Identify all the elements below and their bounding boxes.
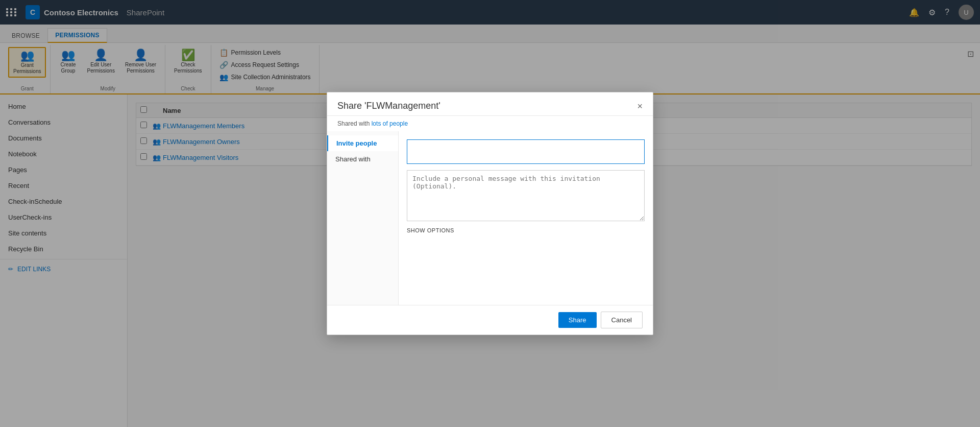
modal-header: Share 'FLWManagement' ×	[327, 92, 653, 116]
modal-close-button[interactable]: ×	[637, 102, 643, 111]
show-options-button[interactable]: SHOW OPTIONS	[407, 227, 645, 233]
cancel-button[interactable]: Cancel	[601, 312, 643, 328]
modal-left-panel: Invite people Shared with	[327, 131, 399, 305]
modal-body: Invite people Shared with SHOW OPTIONS	[327, 131, 653, 305]
shared-with-prefix: Shared with	[337, 120, 372, 127]
modal-panel-shared-with[interactable]: Shared with	[327, 151, 398, 167]
share-button[interactable]: Share	[558, 312, 597, 328]
modal-footer: Share Cancel	[327, 305, 653, 335]
modal-right-panel: SHOW OPTIONS	[399, 131, 653, 305]
modal-subheader: Shared with lots of people	[327, 116, 653, 131]
modal-panel-invite-people[interactable]: Invite people	[327, 135, 398, 151]
share-modal: Share 'FLWManagement' × Shared with lots…	[327, 92, 653, 335]
shared-with-link[interactable]: lots of people	[372, 120, 408, 127]
personal-message-textarea[interactable]	[407, 170, 645, 221]
modal-title: Share 'FLWManagement'	[337, 101, 440, 111]
invite-people-input[interactable]	[407, 139, 645, 164]
modal-overlay: Share 'FLWManagement' × Shared with lots…	[0, 0, 980, 427]
